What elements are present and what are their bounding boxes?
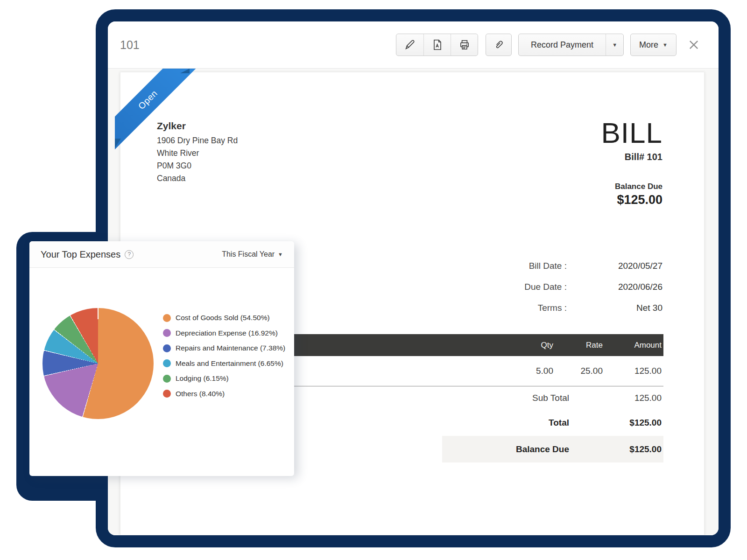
bill-date-label: Bill Date :	[438, 261, 567, 271]
legend-label: Meals and Entertainment (6.65%)	[176, 359, 283, 368]
legend-item: Depreciation Expense (16.92%)	[163, 326, 285, 341]
attach-file-button[interactable]	[486, 34, 512, 56]
total-value: $125.00	[603, 418, 663, 428]
due-date-value: 2020/06/26	[567, 282, 662, 292]
pdf-file-icon	[431, 39, 444, 51]
help-icon[interactable]: ?	[125, 250, 134, 259]
legend-swatch	[163, 329, 171, 337]
record-payment-label: Record Payment	[531, 40, 593, 50]
due-date-label: Due Date :	[438, 282, 567, 292]
period-selector[interactable]: This Fiscal Year ▼	[222, 250, 283, 259]
subtotal-value: 125.00	[603, 393, 663, 403]
document-actions-group	[396, 34, 478, 56]
pencil-icon	[404, 39, 416, 51]
amount-cell: 125.00	[603, 366, 663, 376]
total-label: Total	[442, 418, 603, 428]
legend-label: Lodging (6.15%)	[176, 374, 229, 383]
more-button[interactable]: More ▼	[630, 34, 677, 56]
legend-label: Others (8.40%)	[176, 390, 225, 398]
qty-cell: 5.00	[497, 366, 553, 376]
legend-item: Others (8.40%)	[163, 386, 285, 402]
bill-number: Bill# 101	[601, 152, 662, 162]
ribbon-fold-top	[180, 69, 190, 74]
legend-label: Depreciation Expense (16.92%)	[176, 329, 278, 337]
chevron-down-icon: ▼	[278, 252, 283, 257]
legend-label: Cost of Goods Sold (54.50%)	[176, 314, 270, 322]
legend-item: Repairs and Maintenance (7.38%)	[163, 341, 285, 356]
rate-column-header: Rate	[553, 341, 603, 350]
edit-button[interactable]	[396, 34, 423, 56]
legend-item: Meals and Entertainment (6.65%)	[163, 356, 285, 371]
printer-icon	[458, 39, 471, 51]
legend-label: Repairs and Maintenance (7.38%)	[176, 344, 285, 352]
status-ribbon-band: Open	[115, 69, 206, 158]
pie-legend: Cost of Goods Sold (54.50%) Depreciation…	[163, 310, 285, 401]
subtotal-label: Sub Total	[442, 393, 603, 403]
balance-due-label: Balance Due	[601, 182, 662, 191]
ribbon-fold-left	[115, 139, 123, 149]
paperclip-icon	[493, 39, 504, 50]
subtotal-row: Sub Total 125.00	[442, 386, 663, 410]
bill-info-block: Bill Date : 2020/05/27 Due Date : 2020/0…	[438, 255, 662, 318]
expenses-pie	[42, 308, 154, 419]
print-button[interactable]	[451, 34, 478, 56]
record-payment-split-button: Record Payment ▼	[518, 34, 624, 56]
legend-swatch	[163, 344, 171, 352]
legend-swatch	[163, 390, 171, 398]
balance-due-row-label: Balance Due	[442, 444, 603, 455]
terms-label: Terms :	[438, 303, 567, 313]
vendor-address-line: Canada	[157, 172, 238, 185]
page: 101	[0, 0, 747, 560]
balance-due-row: Balance Due $125.00	[442, 436, 663, 462]
window-header: 101	[108, 21, 719, 69]
chevron-down-icon: ▼	[662, 42, 668, 48]
rate-cell: 25.00	[553, 366, 603, 376]
chevron-down-icon: ▼	[612, 42, 617, 48]
legend-swatch	[163, 375, 171, 383]
record-payment-dropdown[interactable]: ▼	[606, 34, 623, 56]
legend-item: Cost of Goods Sold (54.50%)	[163, 310, 285, 326]
toolbar: Record Payment ▼ More ▼	[396, 34, 702, 56]
close-icon	[687, 38, 700, 51]
period-selector-label: This Fiscal Year	[222, 250, 275, 259]
total-row: Total $125.00	[442, 410, 663, 436]
balance-due-amount: $125.00	[601, 193, 662, 207]
document-type-title: BILL	[601, 117, 662, 149]
expenses-card-header: Your Top Expenses ? This Fiscal Year ▼	[29, 241, 294, 268]
record-payment-button[interactable]: Record Payment	[519, 34, 606, 56]
status-ribbon: Open	[115, 69, 214, 168]
balance-due-row-value: $125.00	[603, 444, 663, 455]
page-title: 101	[120, 21, 140, 68]
legend-swatch	[163, 359, 171, 367]
legend-item: Lodging (6.15%)	[163, 371, 285, 386]
bill-date-value: 2020/05/27	[567, 261, 662, 271]
bill-heading: BILL Bill# 101 Balance Due $125.00	[601, 117, 662, 207]
top-expenses-card: Your Top Expenses ? This Fiscal Year ▼ C…	[29, 241, 294, 476]
more-label: More	[639, 40, 658, 50]
bill-info-row: Bill Date : 2020/05/27	[438, 255, 662, 276]
terms-value: Net 30	[567, 303, 662, 313]
close-button[interactable]	[686, 37, 702, 53]
amount-column-header: Amount	[603, 341, 663, 350]
bill-info-row: Due Date : 2020/06/26	[438, 276, 662, 297]
pdf-button[interactable]	[423, 34, 451, 56]
bill-info-row: Terms : Net 30	[438, 297, 662, 318]
expenses-card-title: Your Top Expenses	[41, 249, 120, 260]
qty-column-header: Qty	[497, 341, 553, 350]
totals-section: Sub Total 125.00 Total $125.00 Balance D…	[442, 386, 663, 462]
legend-swatch	[163, 314, 171, 322]
